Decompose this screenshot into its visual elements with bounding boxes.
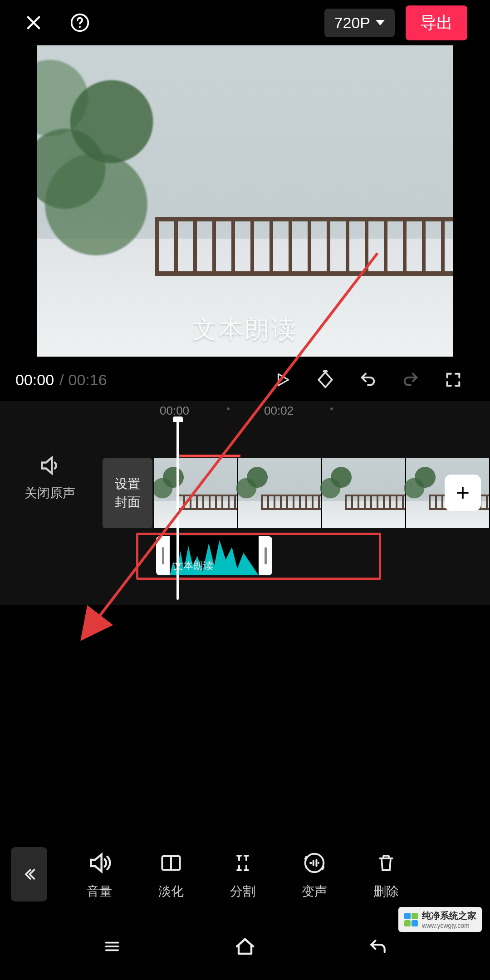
total-time: 00:16 [69,371,107,389]
audio-clip-label: 文本朗读 [173,559,213,573]
video-preview[interactable]: 文本朗读 [37,45,453,357]
keyframe-button[interactable] [309,366,341,393]
tool-label: 分割 [207,883,279,900]
plus-icon: + [456,479,470,506]
volume-icon [64,848,135,877]
export-button[interactable]: 导出 [406,5,467,40]
mute-label: 关闭原声 [0,485,100,502]
fade-icon [135,848,207,877]
audio-waveform: 文本朗读 [170,536,259,575]
video-clip-strip[interactable] [154,458,490,528]
back-button[interactable] [11,847,47,902]
redo-button[interactable] [395,366,426,393]
playback-bar: 00:00 / 00:16 [0,357,490,400]
video-thumb [238,458,322,528]
ruler-dot [227,407,230,410]
edit-toolbar: 音量 淡化 分割 变声 删除 [0,836,490,913]
mute-original-audio[interactable]: 关闭原声 [0,454,100,502]
audio-clip[interactable]: 文本朗读 [156,536,272,575]
add-clip-button[interactable]: + [445,475,481,511]
tool-voice-change[interactable]: 变声 [279,848,350,900]
watermark-logo-icon [404,912,418,927]
chevron-left-double-icon [21,863,37,885]
current-time: 00:00 [15,371,54,389]
timeline[interactable]: 00:00 00:02 关闭原声 设置 封面 + [0,401,490,605]
nav-back-icon[interactable] [356,932,400,961]
time-separator: / [59,371,64,389]
close-icon[interactable] [23,12,44,34]
tool-label: 淡化 [135,883,207,900]
watermark-title: 纯净系统之家 [422,910,476,922]
preview-tree [37,45,173,263]
resolution-label: 720P [334,14,370,32]
video-track: 关闭原声 设置 封面 + [0,458,490,528]
tool-label: 删除 [350,883,422,900]
svg-point-5 [305,854,324,872]
video-progress-indicator [177,455,240,457]
top-bar: 720P 导出 [0,0,490,45]
watermark-url: www.ycwgjy.com [422,922,476,929]
fullscreen-button[interactable] [437,366,469,393]
set-cover-button[interactable]: 设置 封面 [103,458,152,528]
preview-text-overlay: 文本朗读 [192,313,298,346]
nav-home-icon[interactable] [223,932,267,961]
chevron-down-icon [376,20,385,25]
clip-handle-left[interactable] [156,536,170,575]
delete-icon [350,848,422,877]
ruler-tick: 00:02 [264,404,294,418]
playhead[interactable] [176,419,179,600]
ruler-tick: 00:00 [160,404,189,418]
tool-delete[interactable]: 删除 [350,848,422,900]
tool-label: 变声 [279,883,350,900]
audio-track: 文本朗读 [0,535,490,576]
help-icon[interactable] [69,12,91,34]
tool-volume[interactable]: 音量 [64,848,135,900]
tool-fade[interactable]: 淡化 [135,848,207,900]
video-thumb [322,458,406,528]
video-thumb [154,458,238,528]
preview-fence [155,217,453,294]
split-icon [207,848,279,877]
undo-button[interactable] [352,366,384,393]
resolution-button[interactable]: 720P [324,9,395,37]
ruler-dot [330,407,333,410]
watermark: 纯净系统之家 www.ycwgjy.com [398,907,482,932]
voice-change-icon [279,848,350,877]
tool-label: 音量 [64,883,135,900]
speaker-icon [38,454,62,477]
tool-split[interactable]: 分割 [207,848,279,900]
svg-point-1 [79,26,81,28]
time-ruler: 00:00 00:02 [0,401,490,419]
clip-handle-right[interactable] [259,536,272,575]
nav-menu-icon[interactable] [90,932,134,961]
play-button[interactable] [267,366,299,393]
